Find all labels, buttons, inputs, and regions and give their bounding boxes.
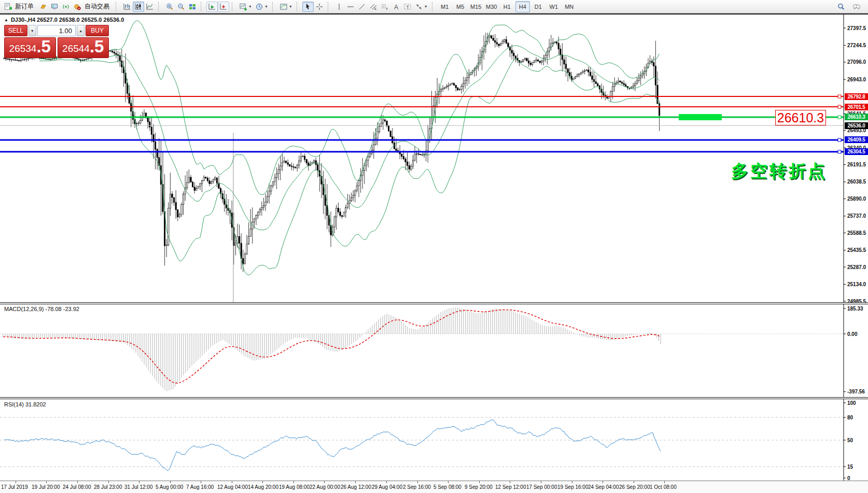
svg-text:27244.5: 27244.5 [847,43,866,48]
zoom-in-icon [165,3,174,11]
text-letter: A [394,3,398,10]
vertical-line-tool-button[interactable] [333,2,345,12]
arrows-shapes-icon [415,3,423,11]
svg-text:100: 100 [847,400,856,406]
toolbar-separator [297,2,300,11]
svg-text:15: 15 [847,464,853,470]
time-axis-label: 17 Jul 2019 [1,484,28,490]
fibonacci-tool-button[interactable]: F [379,2,390,12]
tf-button-M5[interactable]: M5 [453,1,468,12]
vertical-line-icon [335,3,343,11]
time-axis-tick [355,481,356,483]
axis-price-badge: 26792.8 [845,93,868,100]
new-order-label[interactable]: 新订单 [15,2,34,11]
time-axis-tick [139,481,139,483]
signals-button[interactable] [60,2,72,12]
periods-button[interactable]: ▼ [254,2,270,12]
new-chart-icon [239,3,247,11]
svg-text:80: 80 [847,415,853,420]
zoom-in-button[interactable] [164,2,175,12]
shapes-tool-button[interactable]: ▼ [413,2,429,12]
rsi-indicator-label: RSI(14) 31.8202 [4,401,46,407]
candlestick-chart-button[interactable] [133,2,144,12]
svg-text:26038.5: 26038.5 [847,179,866,185]
tile-windows-icon [188,3,197,11]
svg-text:25287.0: 25287.0 [847,264,866,270]
svg-text:25588.5: 25588.5 [847,230,866,236]
svg-text:0: 0 [847,475,850,481]
chart-workspace: 27397.527244.527096.026943.026641.526493… [0,13,868,493]
autotrade-label[interactable]: 自动交易 [85,2,109,11]
tf-button-M15[interactable]: M15 [469,1,483,12]
autotrade-button[interactable] [72,2,83,12]
buy-price-panel[interactable]: 26544.5 [58,37,109,58]
sell-button[interactable]: SELL [4,25,27,36]
time-axis-label: 7 Aug 16:00 [186,484,214,490]
bar-chart-button[interactable] [121,2,133,12]
time-axis-tick [603,481,603,483]
tf-button-M1[interactable]: M1 [438,1,452,12]
time-axis-tick [46,481,47,483]
crosshair-tool-button[interactable] [314,2,325,12]
horizontal-line-tool-button[interactable] [345,2,356,12]
line-chart-button[interactable] [144,2,156,12]
new-chart-button[interactable]: ▼ [237,2,254,12]
channel-tool-button[interactable]: E [368,2,379,12]
rsi-panel[interactable]: 1008050150 [0,399,868,481]
volume-increase-button[interactable]: ▲ [77,25,85,36]
tf-button-MN[interactable]: MN [562,1,577,12]
time-axis-label: 5 Aug 00:00 [156,484,183,490]
dropdown-caret-icon: ▼ [424,5,428,8]
cursor-icon [304,3,312,11]
template-button[interactable]: ▼ [278,2,294,12]
main-price-chart[interactable]: 27397.527244.527096.026943.026641.526493… [0,15,868,303]
top-toolbar: 新订单 自动交易 [0,0,868,13]
svg-text:0.00: 0.00 [847,331,858,337]
macd-indicator-label: MACD(12,26,9) -78.08 -23.92 [4,306,79,312]
time-axis-tick [634,481,634,483]
time-axis-label: 19 Sep 16:00 [557,484,589,490]
terminal-button[interactable] [49,2,60,12]
svg-text:185.33: 185.33 [847,306,863,312]
volume-input[interactable] [37,25,76,36]
chat-icon[interactable] [852,3,861,11]
tf-button-W1[interactable]: W1 [547,1,561,12]
auto-scroll-button[interactable] [206,2,218,12]
tile-windows-button[interactable] [187,2,198,12]
gold-symbol-button[interactable] [37,2,49,12]
label-tool-button[interactable]: T [402,2,413,12]
tf-button-M30[interactable]: M30 [484,1,499,12]
cursor-tool-button[interactable] [302,2,314,12]
chart-shift-button[interactable] [218,2,229,12]
time-axis-tick [293,481,294,483]
buy-button[interactable]: BUY [86,25,109,36]
time-axis-label: 31 Jul 12:00 [124,484,153,490]
zoom-out-icon [177,3,185,11]
volume-decrease-button[interactable]: ▼ [29,25,36,36]
quote-header: ▲ DJ30-,H4 26527.0 26538.0 26525.0 26536… [4,17,124,23]
time-axis-tick [77,481,78,483]
tf-button-D1[interactable]: D1 [531,1,545,12]
gold-bar-icon [39,3,47,11]
text-tool-button[interactable]: A [390,2,402,12]
new-order-icon [4,3,12,11]
autotrade-icon [73,3,81,11]
tf-button-H1[interactable]: H1 [500,1,514,12]
macd-panel[interactable]: 185.330.00-397.56 [0,304,868,398]
price-callout-label[interactable]: 26610.3 [775,110,826,125]
search-icon[interactable] [837,3,845,11]
time-axis-tick [262,481,263,483]
toolbar-separator [432,2,436,11]
zoom-out-button[interactable] [175,2,187,12]
time-axis-label: 29 Aug 04:00 [372,484,402,490]
time-axis-label: 12 Aug 04:00 [217,484,248,490]
turning-point-annotation[interactable]: 多空转折点 [731,160,827,183]
trendline-tool-button[interactable] [356,2,368,12]
panel-collapse-arrow-icon[interactable]: ▲ [4,18,8,22]
new-order-button[interactable] [2,2,13,12]
text-label-icon: T [403,3,412,11]
time-axis[interactable]: 17 Jul 201919 Jul 20:0024 Jul 08:0028 Ju… [0,481,868,493]
sell-price-panel[interactable]: 26534.5 [4,37,56,58]
tf-button-H4[interactable]: H4 [515,1,530,12]
svg-text:-397.56: -397.56 [847,389,865,395]
